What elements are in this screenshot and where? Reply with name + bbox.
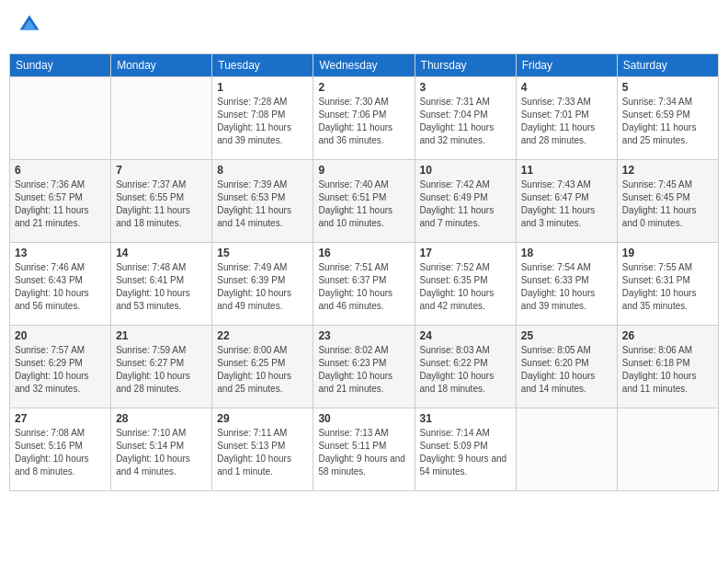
calendar-cell: 4Sunrise: 7:33 AMSunset: 7:01 PMDaylight… bbox=[516, 77, 617, 160]
day-info: Sunrise: 7:59 AMSunset: 6:27 PMDaylight:… bbox=[116, 344, 207, 396]
day-number: 8 bbox=[217, 164, 308, 177]
day-info: Sunrise: 7:51 AMSunset: 6:37 PMDaylight:… bbox=[318, 261, 409, 313]
calendar-cell: 14Sunrise: 7:48 AMSunset: 6:41 PMDayligh… bbox=[111, 243, 212, 326]
day-info: Sunrise: 7:48 AMSunset: 6:41 PMDaylight:… bbox=[116, 261, 207, 313]
day-info: Sunrise: 7:31 AMSunset: 7:04 PMDaylight:… bbox=[420, 96, 511, 147]
day-number: 25 bbox=[521, 329, 612, 342]
day-info: Sunrise: 7:43 AMSunset: 6:47 PMDaylight:… bbox=[521, 178, 612, 230]
calendar-cell: 10Sunrise: 7:42 AMSunset: 6:49 PMDayligh… bbox=[415, 160, 516, 243]
day-info: Sunrise: 7:42 AMSunset: 6:49 PMDaylight:… bbox=[420, 178, 511, 230]
day-info: Sunrise: 7:36 AMSunset: 6:57 PMDaylight:… bbox=[15, 178, 106, 230]
day-info: Sunrise: 7:13 AMSunset: 5:11 PMDaylight:… bbox=[318, 427, 409, 478]
day-number: 1 bbox=[217, 81, 308, 94]
day-number: 14 bbox=[116, 247, 207, 259]
calendar-cell: 23Sunrise: 8:02 AMSunset: 6:23 PMDayligh… bbox=[313, 326, 415, 408]
day-of-week-header: Friday bbox=[516, 54, 617, 77]
day-number: 3 bbox=[420, 81, 511, 94]
day-number: 9 bbox=[318, 164, 409, 177]
logo bbox=[18, 14, 44, 40]
calendar-cell: 16Sunrise: 7:51 AMSunset: 6:37 PMDayligh… bbox=[313, 243, 415, 326]
calendar-cell: 25Sunrise: 8:05 AMSunset: 6:20 PMDayligh… bbox=[516, 326, 617, 408]
calendar-cell: 30Sunrise: 7:13 AMSunset: 5:11 PMDayligh… bbox=[313, 408, 415, 491]
day-info: Sunrise: 7:54 AMSunset: 6:33 PMDaylight:… bbox=[521, 261, 612, 313]
calendar-cell: 15Sunrise: 7:49 AMSunset: 6:39 PMDayligh… bbox=[212, 243, 313, 326]
calendar-week-row: 20Sunrise: 7:57 AMSunset: 6:29 PMDayligh… bbox=[10, 326, 719, 408]
calendar-cell: 7Sunrise: 7:37 AMSunset: 6:55 PMDaylight… bbox=[111, 160, 212, 243]
calendar-week-row: 6Sunrise: 7:36 AMSunset: 6:57 PMDaylight… bbox=[10, 160, 719, 243]
day-number: 11 bbox=[521, 164, 612, 177]
calendar-cell: 12Sunrise: 7:45 AMSunset: 6:45 PMDayligh… bbox=[617, 160, 718, 243]
day-number: 13 bbox=[15, 247, 106, 259]
day-info: Sunrise: 8:00 AMSunset: 6:25 PMDaylight:… bbox=[217, 344, 308, 396]
day-info: Sunrise: 8:03 AMSunset: 6:22 PMDaylight:… bbox=[420, 344, 511, 396]
day-number: 20 bbox=[15, 329, 106, 342]
calendar-cell: 9Sunrise: 7:40 AMSunset: 6:51 PMDaylight… bbox=[313, 160, 415, 243]
calendar-cell: 17Sunrise: 7:52 AMSunset: 6:35 PMDayligh… bbox=[415, 243, 516, 326]
calendar-cell: 6Sunrise: 7:36 AMSunset: 6:57 PMDaylight… bbox=[10, 160, 111, 243]
calendar-cell: 20Sunrise: 7:57 AMSunset: 6:29 PMDayligh… bbox=[10, 326, 111, 408]
day-number: 7 bbox=[116, 164, 207, 177]
page-header bbox=[9, 9, 719, 44]
day-number: 22 bbox=[217, 329, 308, 342]
day-number: 28 bbox=[116, 412, 207, 425]
day-of-week-header: Thursday bbox=[415, 54, 516, 77]
day-number: 12 bbox=[622, 164, 713, 177]
day-number: 5 bbox=[622, 81, 713, 94]
day-info: Sunrise: 7:14 AMSunset: 5:09 PMDaylight:… bbox=[420, 427, 511, 478]
calendar-cell bbox=[516, 408, 617, 491]
calendar-cell: 18Sunrise: 7:54 AMSunset: 6:33 PMDayligh… bbox=[516, 243, 617, 326]
day-number: 6 bbox=[15, 164, 106, 177]
day-number: 15 bbox=[217, 247, 308, 259]
calendar-week-row: 1Sunrise: 7:28 AMSunset: 7:08 PMDaylight… bbox=[10, 77, 719, 160]
day-info: Sunrise: 7:52 AMSunset: 6:35 PMDaylight:… bbox=[420, 261, 511, 313]
day-info: Sunrise: 7:57 AMSunset: 6:29 PMDaylight:… bbox=[15, 344, 106, 396]
calendar-cell bbox=[617, 408, 718, 491]
day-number: 17 bbox=[420, 247, 511, 259]
day-number: 4 bbox=[521, 81, 612, 94]
day-number: 31 bbox=[420, 412, 511, 425]
calendar-cell: 19Sunrise: 7:55 AMSunset: 6:31 PMDayligh… bbox=[617, 243, 718, 326]
day-number: 18 bbox=[521, 247, 612, 259]
calendar-cell bbox=[111, 77, 212, 160]
day-info: Sunrise: 7:46 AMSunset: 6:43 PMDaylight:… bbox=[15, 261, 106, 313]
day-info: Sunrise: 7:33 AMSunset: 7:01 PMDaylight:… bbox=[521, 96, 612, 147]
calendar-cell: 29Sunrise: 7:11 AMSunset: 5:13 PMDayligh… bbox=[212, 408, 313, 491]
day-info: Sunrise: 8:05 AMSunset: 6:20 PMDaylight:… bbox=[521, 344, 612, 396]
calendar-header-row: SundayMondayTuesdayWednesdayThursdayFrid… bbox=[10, 54, 719, 77]
day-number: 30 bbox=[318, 412, 409, 425]
calendar-cell: 1Sunrise: 7:28 AMSunset: 7:08 PMDaylight… bbox=[212, 77, 313, 160]
calendar-cell: 8Sunrise: 7:39 AMSunset: 6:53 PMDaylight… bbox=[212, 160, 313, 243]
day-info: Sunrise: 7:30 AMSunset: 7:06 PMDaylight:… bbox=[318, 96, 409, 147]
calendar-cell: 3Sunrise: 7:31 AMSunset: 7:04 PMDaylight… bbox=[415, 77, 516, 160]
day-number: 16 bbox=[318, 247, 409, 259]
day-of-week-header: Saturday bbox=[617, 54, 718, 77]
calendar-cell: 28Sunrise: 7:10 AMSunset: 5:14 PMDayligh… bbox=[111, 408, 212, 491]
day-info: Sunrise: 7:49 AMSunset: 6:39 PMDaylight:… bbox=[217, 261, 308, 313]
day-info: Sunrise: 7:28 AMSunset: 7:08 PMDaylight:… bbox=[217, 96, 308, 147]
calendar-cell: 31Sunrise: 7:14 AMSunset: 5:09 PMDayligh… bbox=[415, 408, 516, 491]
calendar-week-row: 27Sunrise: 7:08 AMSunset: 5:16 PMDayligh… bbox=[10, 408, 719, 491]
day-number: 23 bbox=[318, 329, 409, 342]
calendar-cell: 27Sunrise: 7:08 AMSunset: 5:16 PMDayligh… bbox=[10, 408, 111, 491]
day-info: Sunrise: 7:11 AMSunset: 5:13 PMDaylight:… bbox=[217, 427, 308, 478]
calendar-cell: 13Sunrise: 7:46 AMSunset: 6:43 PMDayligh… bbox=[10, 243, 111, 326]
day-number: 2 bbox=[318, 81, 409, 94]
day-info: Sunrise: 7:40 AMSunset: 6:51 PMDaylight:… bbox=[318, 178, 409, 230]
calendar-week-row: 13Sunrise: 7:46 AMSunset: 6:43 PMDayligh… bbox=[10, 243, 719, 326]
day-number: 29 bbox=[217, 412, 308, 425]
day-info: Sunrise: 8:06 AMSunset: 6:18 PMDaylight:… bbox=[622, 344, 713, 396]
logo-icon bbox=[18, 14, 40, 36]
day-info: Sunrise: 7:39 AMSunset: 6:53 PMDaylight:… bbox=[217, 178, 308, 230]
day-of-week-header: Wednesday bbox=[313, 54, 415, 77]
day-of-week-header: Monday bbox=[111, 54, 212, 77]
day-info: Sunrise: 7:45 AMSunset: 6:45 PMDaylight:… bbox=[622, 178, 713, 230]
day-number: 10 bbox=[420, 164, 511, 177]
day-info: Sunrise: 7:10 AMSunset: 5:14 PMDaylight:… bbox=[116, 427, 207, 478]
day-number: 27 bbox=[15, 412, 106, 425]
day-of-week-header: Tuesday bbox=[212, 54, 313, 77]
calendar-cell: 22Sunrise: 8:00 AMSunset: 6:25 PMDayligh… bbox=[212, 326, 313, 408]
day-info: Sunrise: 7:55 AMSunset: 6:31 PMDaylight:… bbox=[622, 261, 713, 313]
day-info: Sunrise: 7:34 AMSunset: 6:59 PMDaylight:… bbox=[622, 96, 713, 147]
day-number: 21 bbox=[116, 329, 207, 342]
calendar-cell: 2Sunrise: 7:30 AMSunset: 7:06 PMDaylight… bbox=[313, 77, 415, 160]
